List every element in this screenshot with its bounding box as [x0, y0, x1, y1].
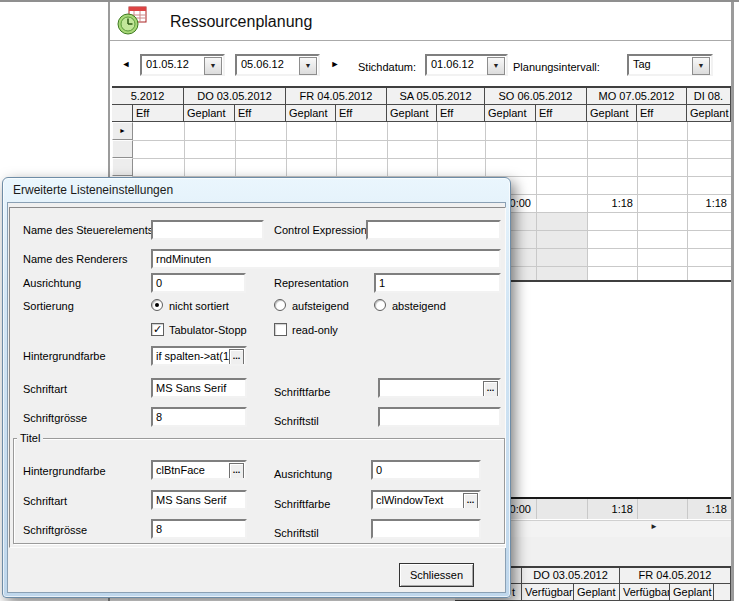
- date-from-value: 01.05.12: [146, 58, 189, 70]
- sortierung-label: Sortierung: [23, 300, 74, 312]
- column-header: Geplant: [286, 105, 336, 122]
- bottom-column-header: Geplant: [574, 584, 620, 601]
- bottom-column-header: Geplant: [670, 584, 714, 601]
- date-to-combobox[interactable]: 05.06.12 ▼: [235, 54, 320, 76]
- steuerelement-label: Name des Steuerelements: [23, 224, 153, 236]
- date-header: DO 03.05.2012: [184, 88, 286, 105]
- chevron-down-icon[interactable]: ▼: [692, 57, 710, 75]
- titel-hintergrundfarbe-input[interactable]: clBtnFace ...: [151, 460, 247, 480]
- hintergrundfarbe-input[interactable]: if spalten->at(1).r ...: [151, 346, 247, 366]
- checkmark-icon: ✓: [153, 323, 162, 335]
- row-header[interactable]: [112, 158, 133, 176]
- ausrichtung-input[interactable]: 0: [151, 273, 246, 293]
- scroll-right-icon[interactable]: ►: [650, 522, 658, 531]
- titel-schriftart-input[interactable]: MS Sans Serif: [151, 490, 247, 510]
- control-expression-input[interactable]: [366, 220, 501, 240]
- schriftstil-input[interactable]: [378, 407, 501, 427]
- ellipsis-button[interactable]: ...: [463, 493, 478, 509]
- tabstopp-label[interactable]: Tabulator-Stopp: [169, 324, 247, 336]
- radio-aufsteigend-label[interactable]: aufsteigend: [292, 300, 349, 312]
- page-title: Ressourcenplanung: [170, 13, 312, 31]
- date-to-value: 05.06.12: [241, 58, 284, 70]
- hintergrundfarbe-value: if spalten->at(1).r: [156, 350, 239, 362]
- chevron-down-icon[interactable]: ▼: [299, 57, 317, 75]
- planungsintervall-combobox[interactable]: Tag ▼: [627, 54, 713, 76]
- titel-schriftstil-input[interactable]: [371, 519, 481, 539]
- gridline: [536, 499, 537, 519]
- stichdatum-combobox[interactable]: 01.06.12 ▼: [425, 54, 508, 76]
- stichdatum-value: 01.06.12: [431, 58, 474, 70]
- gridline: [637, 122, 638, 280]
- hintergrundfarbe-label: Hintergrundfarbe: [23, 350, 106, 362]
- schriftart-label: Schriftart: [23, 383, 67, 395]
- chevron-down-icon[interactable]: ▼: [487, 57, 505, 75]
- gridline: [637, 499, 638, 519]
- window-right-border: [731, 2, 734, 601]
- next-period-button[interactable]: ►: [328, 56, 342, 72]
- column-header: Eff: [536, 105, 587, 122]
- ellipsis-button[interactable]: ...: [483, 381, 498, 397]
- column-header: Eff: [235, 105, 286, 122]
- column-header: Eff: [336, 105, 387, 122]
- gridline: [133, 140, 731, 141]
- titel-schriftgroesse-label: Schriftgrösse: [23, 524, 87, 536]
- readonly-checkbox[interactable]: [274, 323, 287, 336]
- control-expression-label: Control Expression: [274, 224, 367, 236]
- date-header: SA 05.05.2012: [387, 88, 485, 105]
- radio-aufsteigend[interactable]: [274, 299, 286, 311]
- renderer-input[interactable]: rndMinuten: [151, 249, 501, 269]
- date-header: FR 04.05.2012: [286, 88, 387, 105]
- ellipsis-button[interactable]: ...: [229, 349, 244, 365]
- row-header[interactable]: [112, 140, 133, 158]
- representation-input[interactable]: 1: [374, 273, 501, 293]
- planungsintervall-label: Planungsintervall:: [513, 61, 600, 73]
- bottom-date-header: FR 04.05.2012: [620, 568, 731, 584]
- radio-nicht-sortiert[interactable]: [151, 299, 163, 311]
- titel-schriftgroesse-input[interactable]: 8: [151, 519, 247, 539]
- schriftgroesse-input[interactable]: 8: [151, 407, 247, 427]
- schriftart-input[interactable]: MS Sans Serif: [151, 378, 247, 398]
- gridline: [536, 122, 537, 280]
- prev-period-button[interactable]: ◄: [119, 56, 133, 72]
- grid-cell-value[interactable]: 1:18: [587, 194, 633, 212]
- radio-absteigend-label[interactable]: absteigend: [392, 300, 446, 312]
- date-from-combobox[interactable]: 01.05.12 ▼: [140, 54, 225, 76]
- bottom-column-header: Verfügbar: [620, 584, 670, 601]
- ausrichtung-label: Ausrichtung: [23, 277, 81, 289]
- date-header: DI 08.: [687, 88, 731, 105]
- bottom-column-header: Verfügbar: [522, 584, 574, 601]
- titel-hintergrundfarbe-label: Hintergrundfarbe: [23, 465, 106, 477]
- current-row-indicator[interactable]: ►: [112, 122, 133, 140]
- steuerelement-input[interactable]: [151, 220, 264, 240]
- readonly-label[interactable]: read-only: [292, 324, 338, 336]
- radio-absteigend[interactable]: [374, 299, 386, 311]
- radio-nicht-sortiert-label[interactable]: nicht sortiert: [169, 300, 229, 312]
- title-separator: [110, 40, 731, 41]
- bottom-date-header: DO 03.05.2012: [522, 568, 620, 584]
- grid-cell-value[interactable]: 1:18: [687, 194, 727, 212]
- titel-schriftfarbe-value: clWindowText: [376, 494, 443, 506]
- schriftfarbe-input[interactable]: ...: [378, 378, 501, 398]
- planungsintervall-value: Tag: [633, 58, 651, 70]
- summary-cell-value: 1:18: [687, 500, 727, 518]
- column-header: Geplant: [485, 105, 536, 122]
- titel-hintergrundfarbe-value: clBtnFace: [156, 464, 205, 476]
- chevron-down-icon[interactable]: ▼: [204, 57, 222, 75]
- ellipsis-button[interactable]: ...: [229, 463, 244, 479]
- date-header: SO 06.05.2012: [485, 88, 587, 105]
- titel-schriftart-label: Schriftart: [23, 495, 67, 507]
- advanced-list-settings-dialog: Erweiterte Listeneinstellungen Name des …: [2, 177, 511, 598]
- titel-ausrichtung-label: Ausrichtung: [274, 468, 332, 480]
- row-marker-icon: ►: [119, 127, 126, 134]
- column-header: Eff: [437, 105, 485, 122]
- close-button[interactable]: Schliessen: [399, 563, 474, 587]
- titel-ausrichtung-input[interactable]: 0: [371, 460, 481, 480]
- column-header: Eff: [133, 105, 184, 122]
- date-header: 5.2012: [112, 88, 184, 105]
- schriftstil-label: Schriftstil: [274, 415, 319, 427]
- tabstopp-checkbox[interactable]: ✓: [151, 323, 164, 336]
- titel-schriftfarbe-input[interactable]: clWindowText ...: [371, 490, 481, 510]
- column-header: Geplant: [587, 105, 637, 122]
- stichdatum-label: Stichdatum:: [358, 61, 416, 73]
- column-header: Eff: [637, 105, 687, 122]
